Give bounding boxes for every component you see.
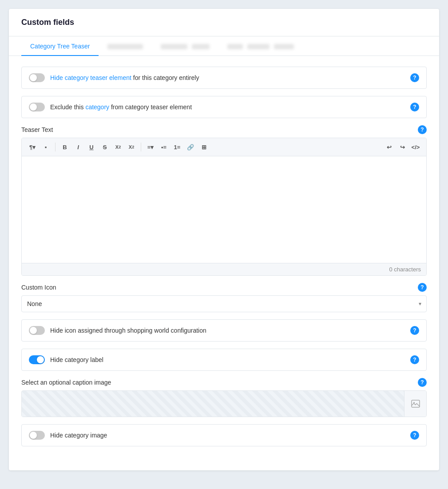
tab-4[interactable] (218, 37, 303, 56)
hide-category-teaser-toggle[interactable] (29, 73, 45, 82)
svg-rect-0 (412, 400, 420, 407)
hide-icon-label: Hide icon assigned through shopping worl… (50, 327, 206, 334)
card-header: Custom fields (9, 9, 439, 36)
char-count: 0 characters (22, 263, 426, 275)
tab-2[interactable] (99, 37, 152, 56)
hide-icon-row: Hide icon assigned through shopping worl… (21, 319, 427, 342)
page-title: Custom fields (21, 18, 427, 27)
hide-category-label-label: Hide category label (50, 356, 103, 363)
toolbar-sep-2 (141, 143, 141, 151)
image-upload-area[interactable] (21, 390, 427, 417)
toolbar-redo[interactable]: ↪ (396, 141, 408, 153)
teaser-text-label: Teaser Text (21, 126, 53, 133)
exclude-category-row: Exclude this category from category teas… (21, 96, 427, 118)
toolbar-strikethrough[interactable]: S (99, 141, 111, 153)
toolbar-align[interactable]: ≡▾ (144, 141, 157, 153)
toolbar-underline[interactable]: U (85, 141, 98, 153)
tabs-bar: Category Tree Teaser (9, 36, 439, 56)
hide-category-label-help[interactable]: ? (410, 355, 419, 364)
caption-image-section: Select an optional caption image ? (21, 378, 427, 417)
image-browse-button[interactable] (404, 391, 426, 417)
hide-category-teaser-label: Hide category teaser element for this ca… (50, 74, 199, 81)
caption-image-label: Select an optional caption image (21, 379, 111, 386)
custom-icon-select[interactable]: None (21, 295, 427, 312)
image-drop-zone[interactable] (22, 391, 404, 417)
hide-icon-toggle[interactable] (29, 326, 45, 335)
teaser-text-help[interactable]: ? (418, 125, 427, 134)
content-area: Hide category teaser element for this ca… (9, 56, 439, 457)
tab-3[interactable] (152, 37, 218, 56)
exclude-category-label: Exclude this category from category teas… (50, 103, 192, 111)
custom-icon-select-wrapper: None ▾ (21, 295, 427, 312)
toolbar-table[interactable]: ⊞ (198, 141, 210, 153)
hide-category-teaser-help[interactable]: ? (410, 73, 419, 82)
hide-icon-help[interactable]: ? (410, 326, 419, 335)
toolbar-italic[interactable]: I (72, 141, 84, 153)
teaser-text-section: Teaser Text ? ¶▾ ▪ B I U S X2 (21, 125, 427, 276)
editor-toolbar: ¶▾ ▪ B I U S X2 X2 ≡▾ •≡ (22, 138, 426, 156)
toolbar-paragraph[interactable]: ¶▾ (26, 141, 39, 153)
hide-category-image-row: Hide category image ? (21, 424, 427, 446)
hide-category-image-toggle[interactable] (29, 431, 45, 440)
toolbar-bullet-list[interactable]: •≡ (158, 141, 170, 153)
custom-icon-label: Custom Icon (21, 284, 56, 291)
exclude-category-help[interactable]: ? (410, 103, 419, 111)
caption-image-help[interactable]: ? (418, 378, 427, 387)
custom-icon-section: Custom Icon ? None ▾ (21, 283, 427, 312)
toolbar-subscript[interactable]: X2 (125, 141, 138, 153)
rich-text-editor: ¶▾ ▪ B I U S X2 X2 ≡▾ •≡ (21, 138, 427, 276)
hide-category-teaser-row: Hide category teaser element for this ca… (21, 67, 427, 89)
toolbar-sep-1 (55, 143, 56, 151)
toolbar-source[interactable]: </> (409, 141, 422, 153)
exclude-category-toggle[interactable] (29, 103, 45, 111)
toolbar-superscript[interactable]: X2 (112, 141, 124, 153)
hide-category-label-toggle[interactable] (29, 355, 45, 364)
toolbar-ordered-list[interactable]: 1≡ (171, 141, 183, 153)
toolbar-bold[interactable]: B (59, 141, 71, 153)
toolbar-link[interactable]: 🔗 (184, 141, 197, 153)
toolbar-format[interactable]: ▪ (40, 141, 52, 153)
custom-icon-help[interactable]: ? (418, 283, 427, 292)
image-icon (411, 399, 420, 409)
tab-category-tree-teaser[interactable]: Category Tree Teaser (21, 36, 99, 56)
hide-category-label-row: Hide category label ? (21, 349, 427, 371)
hide-category-image-label: Hide category image (50, 432, 107, 439)
toolbar-undo[interactable]: ↩ (383, 141, 395, 153)
custom-fields-card: Custom fields Category Tree Teaser Hide … (9, 9, 439, 470)
hide-category-image-help[interactable]: ? (410, 431, 419, 440)
editor-content-area[interactable] (22, 156, 426, 263)
